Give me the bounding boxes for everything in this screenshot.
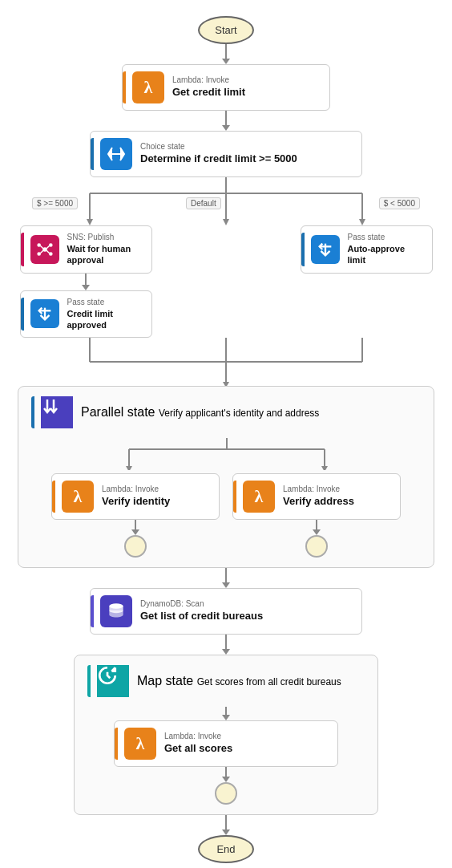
branch-section: $ >= 5000 Default $ < 5000 bbox=[10, 177, 442, 386]
branch-label-default: Default bbox=[186, 197, 221, 209]
svg-line-15 bbox=[46, 245, 49, 249]
verify-identity-col: λ Lambda: Invoke Verify identity bbox=[51, 473, 220, 558]
parallel-container: Parallel state Verify applicant's identi… bbox=[18, 386, 434, 568]
card-label-top: Lambda: Invoke bbox=[164, 732, 232, 740]
svg-line-16 bbox=[40, 250, 43, 254]
end-parallel-left bbox=[124, 535, 147, 558]
svg-marker-35 bbox=[321, 466, 328, 470]
map-label-main: Get scores from all credit bureaus bbox=[197, 676, 341, 688]
choice-icon bbox=[100, 138, 132, 170]
card-label-main: Wait for human approval bbox=[67, 243, 142, 266]
dynamo-icon bbox=[100, 595, 132, 627]
left-bar bbox=[91, 138, 94, 170]
get-all-scores-card[interactable]: λ Lambda: Invoke Get all scores bbox=[114, 720, 338, 767]
card-label-main: Get credit limit bbox=[172, 86, 245, 99]
connector-3 bbox=[222, 568, 230, 588]
left-bar bbox=[91, 595, 94, 627]
map-container: Map state Get scores from all credit bur… bbox=[74, 655, 378, 815]
credit-approved-card[interactable]: Pass state Credit limit approved bbox=[20, 290, 152, 339]
connector-2 bbox=[222, 111, 230, 131]
svg-marker-34 bbox=[126, 466, 132, 470]
pass-icon bbox=[30, 299, 59, 328]
merge-svg bbox=[10, 338, 442, 386]
card-label-top: Lambda: Invoke bbox=[102, 485, 170, 493]
lambda-icon-4: λ bbox=[124, 728, 156, 760]
branch-left: SNS: Publish Wait for human approval bbox=[20, 225, 152, 338]
dynamo-scan-card[interactable]: DynamoDB: Scan Get list of credit bureau… bbox=[90, 588, 362, 635]
parallel-split-svg bbox=[31, 438, 422, 470]
verify-address-col: λ Lambda: Invoke Verify address bbox=[232, 473, 401, 558]
branch-right: Pass state Auto-approve limit bbox=[301, 225, 433, 274]
start-node: Start bbox=[198, 16, 254, 44]
end-parallel-right bbox=[305, 535, 328, 558]
card-label-top: Lambda: Invoke bbox=[172, 75, 245, 84]
workflow-diagram: Start λ Lambda: Invoke Get credit limit bbox=[0, 0, 452, 868]
card-label-main: Auto-approve limit bbox=[348, 243, 422, 266]
card-label-top: Pass state bbox=[348, 233, 422, 241]
card-label-top: Choice state bbox=[140, 142, 297, 151]
wait-human-card[interactable]: SNS: Publish Wait for human approval bbox=[20, 225, 152, 274]
left-bar bbox=[115, 728, 118, 760]
pass-icon-2 bbox=[311, 235, 340, 264]
branch-label-lt5000: $ < 5000 bbox=[379, 197, 420, 209]
end-map-oval bbox=[215, 782, 237, 805]
svg-marker-8 bbox=[359, 219, 365, 225]
card-label-main: Verify address bbox=[283, 495, 354, 509]
card-label-top: DynamoDB: Scan bbox=[140, 599, 263, 608]
svg-marker-7 bbox=[223, 219, 229, 225]
card-label-top: Lambda: Invoke bbox=[283, 485, 354, 493]
card-label-main: Verify identity bbox=[102, 495, 170, 509]
card-label-top: SNS: Publish bbox=[67, 233, 142, 241]
branch-label-gte5000: $ >= 5000 bbox=[32, 197, 78, 209]
card-label-top: Pass state bbox=[67, 298, 142, 306]
verify-address-card[interactable]: λ Lambda: Invoke Verify address bbox=[232, 473, 401, 520]
parallel-label-main: Verify applicant's identity and address bbox=[159, 408, 319, 419]
svg-line-17 bbox=[46, 250, 49, 254]
get-credit-limit-card[interactable]: λ Lambda: Invoke Get credit limit bbox=[122, 64, 330, 111]
card-label-main: Get all scores bbox=[164, 742, 232, 756]
lambda-icon-2: λ bbox=[62, 481, 94, 513]
left-bar bbox=[123, 71, 126, 103]
svg-marker-6 bbox=[87, 219, 93, 225]
card-label-main: Determine if credit limit >= 5000 bbox=[140, 152, 297, 166]
left-bar bbox=[52, 481, 55, 513]
parallel-label-top: Parallel state bbox=[81, 405, 155, 419]
connector-5 bbox=[222, 815, 230, 835]
left-bar bbox=[233, 481, 236, 513]
parallel-icon bbox=[41, 396, 73, 428]
card-label-main: Credit limit approved bbox=[67, 308, 142, 331]
connector-1 bbox=[222, 44, 230, 64]
left-bar bbox=[21, 298, 24, 331]
end-node: End bbox=[198, 835, 254, 863]
parallel-inner: λ Lambda: Invoke Verify identity bbox=[31, 473, 421, 558]
map-icon bbox=[97, 665, 129, 697]
lambda-icon-3: λ bbox=[243, 481, 275, 513]
map-label-top: Map state bbox=[137, 674, 193, 688]
verify-identity-card[interactable]: λ Lambda: Invoke Verify identity bbox=[51, 473, 220, 520]
sns-icon bbox=[30, 235, 59, 264]
lambda-icon: λ bbox=[132, 71, 164, 103]
connector-4 bbox=[222, 635, 230, 655]
left-bar bbox=[301, 233, 305, 266]
card-label-main: Get list of credit bureaus bbox=[140, 610, 263, 623]
left-bar bbox=[21, 233, 24, 266]
auto-approve-card[interactable]: Pass state Auto-approve limit bbox=[301, 225, 433, 274]
choice-state-card[interactable]: Choice state Determine if credit limit >… bbox=[90, 131, 362, 177]
svg-line-14 bbox=[40, 245, 43, 249]
